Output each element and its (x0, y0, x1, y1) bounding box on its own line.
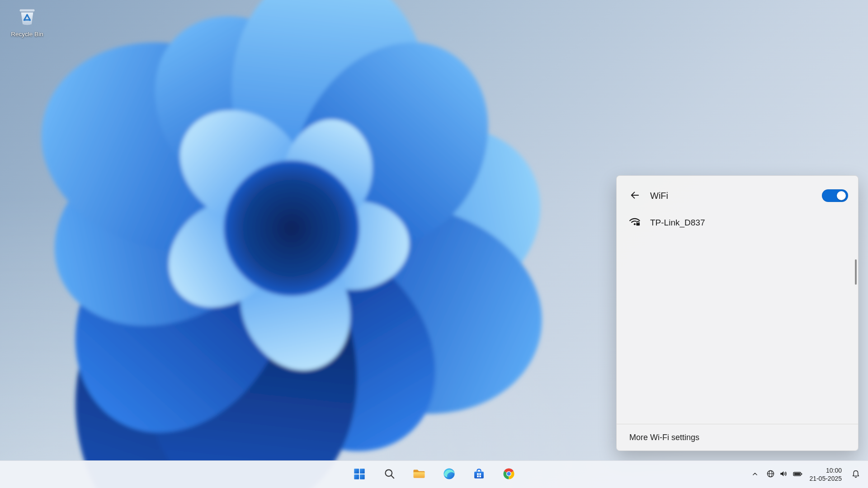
edge-button[interactable] (437, 463, 461, 486)
recycle-bin-shortcut[interactable]: Recycle Bin (8, 5, 46, 38)
battery-tray-button[interactable] (790, 464, 805, 485)
panel-scrollbar-thumb[interactable] (855, 259, 857, 285)
wifi-network-list: TP-Link_D837 (617, 206, 858, 235)
show-hidden-icons-button[interactable] (746, 464, 764, 485)
wifi-panel-footer: More Wi-Fi settings (617, 424, 858, 450)
taskbar-center-icons (347, 461, 521, 488)
start-button[interactable] (347, 463, 372, 486)
bell-icon (850, 469, 861, 481)
more-wifi-settings-link[interactable]: More Wi-Fi settings (629, 433, 699, 442)
windows-start-icon (353, 468, 366, 482)
wifi-toggle-knob (837, 191, 846, 200)
back-arrow-icon (629, 189, 641, 202)
chrome-icon (502, 467, 515, 482)
wifi-toggle[interactable] (822, 189, 848, 202)
store-button[interactable] (467, 463, 491, 486)
chevron-up-icon (750, 469, 760, 480)
battery-icon (792, 469, 803, 481)
file-explorer-button[interactable] (407, 463, 431, 486)
volume-icon (778, 469, 789, 480)
taskbar-clock[interactable]: 10:00 21-05-2025 (805, 464, 846, 485)
file-explorer-icon (412, 467, 426, 482)
recycle-bin-label: Recycle Bin (11, 31, 43, 38)
wifi-network-name: TP-Link_D837 (650, 218, 705, 228)
clock-date: 21-05-2025 (809, 474, 842, 483)
screen: Recycle Bin WiFi (0, 0, 868, 488)
wifi-secured-icon (628, 215, 642, 230)
edge-icon (443, 467, 456, 482)
back-button[interactable] (627, 188, 643, 203)
search-icon (383, 468, 396, 481)
wifi-flyout-panel: WiFi TP-Link_D837 (616, 175, 859, 451)
network-tray-button[interactable] (764, 464, 777, 485)
wifi-panel-header: WiFi (617, 176, 858, 206)
wifi-panel-title: WiFi (650, 191, 668, 201)
recycle-bin-icon (16, 5, 38, 29)
taskbar-system-tray: 10:00 21-05-2025 (746, 461, 865, 488)
search-button[interactable] (377, 463, 401, 486)
chrome-button[interactable] (496, 463, 521, 486)
network-globe-icon (765, 469, 776, 480)
notifications-button[interactable] (846, 464, 865, 485)
wifi-network-item[interactable]: TP-Link_D837 (621, 210, 854, 235)
clock-time: 10:00 (826, 466, 842, 474)
volume-tray-button[interactable] (777, 464, 790, 485)
store-icon (472, 467, 486, 482)
taskbar: 10:00 21-05-2025 (0, 460, 868, 488)
